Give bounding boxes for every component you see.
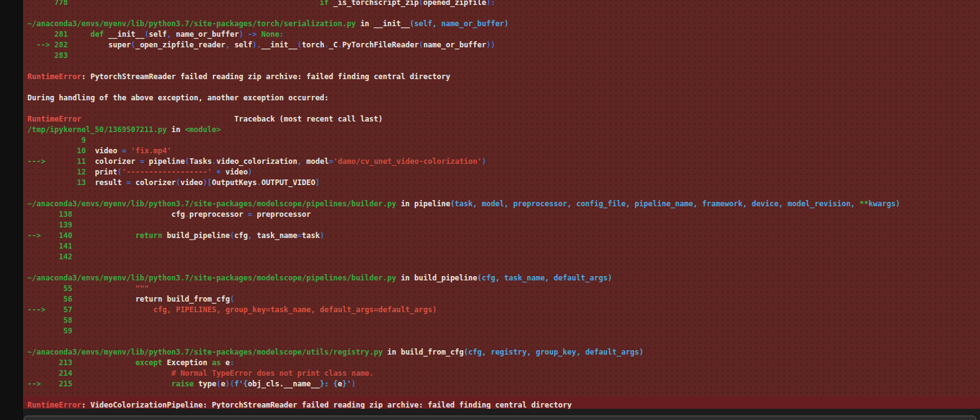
traceback-line — [27, 389, 980, 400]
token-ar: --> — [27, 41, 54, 49]
token-ln: 138 — [27, 210, 118, 219]
token-hot: cfg, PIPELINES, group_key=task_name, def… — [118, 305, 437, 314]
traceback-line: ~/anaconda3/envs/myenv/lib/python3.7/sit… — [27, 19, 980, 29]
token-ln: 282 — [54, 41, 72, 49]
traceback-line: RuntimeError: PytorchStreamReader failed… — [27, 72, 980, 82]
token-pl: OutputKeys — [212, 178, 257, 187]
token-ar: --> — [27, 379, 59, 388]
traceback-line: 9 — [27, 135, 980, 146]
token-pl: cfg — [118, 210, 185, 219]
token-pl: colorizer — [95, 157, 139, 166]
token-pl: Exception — [163, 358, 207, 367]
token-ar: ---> — [27, 157, 50, 166]
token-ln: 778 — [27, 0, 72, 7]
token-pl: Tasks — [189, 157, 212, 166]
token-pl: model — [302, 157, 329, 166]
token-pl: _is_torchscript_zip — [329, 0, 419, 7]
token-sig: (cfg, registry, group_key, default_args) — [464, 348, 644, 356]
token-sig: (task, model, preprocessor, config_file,… — [450, 199, 859, 208]
token-pl: _open_zipfile_reader — [135, 41, 225, 49]
token-kw: as — [207, 358, 221, 367]
traceback-line: ~/anaconda3/envs/myenv/lib/python3.7/sit… — [27, 273, 980, 284]
token-pl: PyTorchFileReader — [342, 41, 419, 49]
token-sig: }' — [342, 379, 351, 388]
token-str: '------------------' — [122, 168, 212, 176]
token-pl: pipeline — [414, 199, 450, 208]
token-ln: 58 — [27, 316, 118, 325]
token-pl: __init__ — [374, 19, 410, 28]
token-path: ~/anaconda3/envs/myenv/lib/python3.7/sit… — [27, 199, 396, 208]
token-pl: in — [383, 348, 401, 356]
token-ln: 283 — [27, 51, 72, 60]
token-kw: except — [118, 358, 163, 367]
token-op: ( — [419, 41, 423, 49]
token-pl: pipeline — [144, 157, 185, 166]
token-op: = — [122, 146, 126, 155]
token-path: /tmp/ipykernel_50/1369507211.py — [27, 125, 167, 134]
traceback-line: 139 — [27, 220, 980, 231]
token-pl — [72, 30, 90, 39]
token-ln: 142 — [27, 252, 118, 261]
token-ln: 59 — [27, 327, 118, 335]
traceback-line — [27, 262, 980, 273]
token-path: ~/anaconda3/envs/myenv/lib/python3.7/sit… — [27, 274, 396, 282]
token-pl: return build_from_cfg — [118, 295, 230, 303]
token-pl: super — [72, 41, 131, 49]
token-ln: 55 — [27, 284, 118, 293]
token-pl: video — [221, 168, 248, 176]
token-path: ~/anaconda3/envs/myenv/lib/python3.7/sit… — [27, 348, 383, 356]
traceback-line — [27, 103, 980, 114]
token-ln: 12 — [27, 168, 95, 176]
traceback-line: 138 cfg.preprocessor = preprocessor — [27, 209, 980, 220]
token-ar: --> — [27, 231, 59, 240]
error-output-cell: 778 if _is_torchscript_zip(opened_zipfil… — [23, 0, 980, 409]
token-kw: return — [118, 231, 163, 240]
traceback-line: 12 print('------------------' + video) — [27, 167, 980, 178]
token-pl: type — [194, 379, 216, 388]
token-pl: video — [181, 178, 203, 187]
traceback-line: 58 — [27, 315, 980, 326]
token-op: : — [230, 358, 234, 367]
token-kw: if — [320, 0, 329, 7]
token-op: ] — [315, 178, 319, 187]
token-op: ) — [482, 157, 486, 166]
token-pl: self — [149, 30, 167, 39]
traceback-line: 778 if _is_torchscript_zip(opened_zipfil… — [27, 0, 980, 8]
token-op: ( — [216, 379, 220, 388]
traceback-line: 283 — [27, 50, 980, 61]
token-pl: preprocessor — [189, 210, 248, 219]
token-ln: 215 — [59, 379, 118, 388]
token-ln: 56 — [27, 295, 118, 303]
token-op: )[ — [203, 178, 212, 187]
token-str: 'damo/cv_unet_video-colorization' — [333, 157, 481, 166]
token-pl: in — [396, 274, 414, 282]
token-ln: 11 — [50, 157, 95, 166]
token-ln: 9 — [27, 136, 95, 145]
token-pl — [72, 0, 319, 7]
token-pl: colorizer — [131, 178, 176, 187]
token-op: )) — [486, 41, 495, 49]
token-sig: (self, name_or_buffer) — [410, 19, 509, 28]
token-op: ( — [230, 295, 234, 303]
token-op: ). — [252, 41, 261, 49]
token-op: = — [298, 231, 302, 240]
traceback-line: --> 282 super(_open_zipfile_reader, self… — [27, 40, 980, 50]
token-pl: in — [167, 125, 185, 134]
token-op: ) — [320, 231, 324, 240]
token-op: ( — [176, 178, 180, 187]
next-code-cell[interactable] — [24, 416, 976, 420]
token-pl: opened_zipfile — [423, 0, 486, 7]
token-op: + — [212, 168, 220, 176]
token-pl: build_pipeline — [163, 231, 230, 240]
token-pl: name_or_buffer — [423, 41, 486, 49]
token-pl: e — [221, 358, 230, 367]
token-err: RuntimeError — [27, 115, 82, 123]
token-pl: : PytorchStreamReader failed reading zip… — [82, 72, 450, 81]
traceback-line: RuntimeError: VideoColorizationPipeline:… — [27, 400, 980, 409]
token-pl: task — [302, 231, 320, 240]
token-pl: cfg — [234, 231, 248, 240]
token-ar: ---> — [27, 305, 64, 314]
token-pl: e — [221, 379, 225, 388]
traceback-line: ---> 11 colorizer = pipeline(Tasks.video… — [27, 156, 980, 167]
token-pl: Traceback (most recent call last) — [82, 115, 383, 123]
